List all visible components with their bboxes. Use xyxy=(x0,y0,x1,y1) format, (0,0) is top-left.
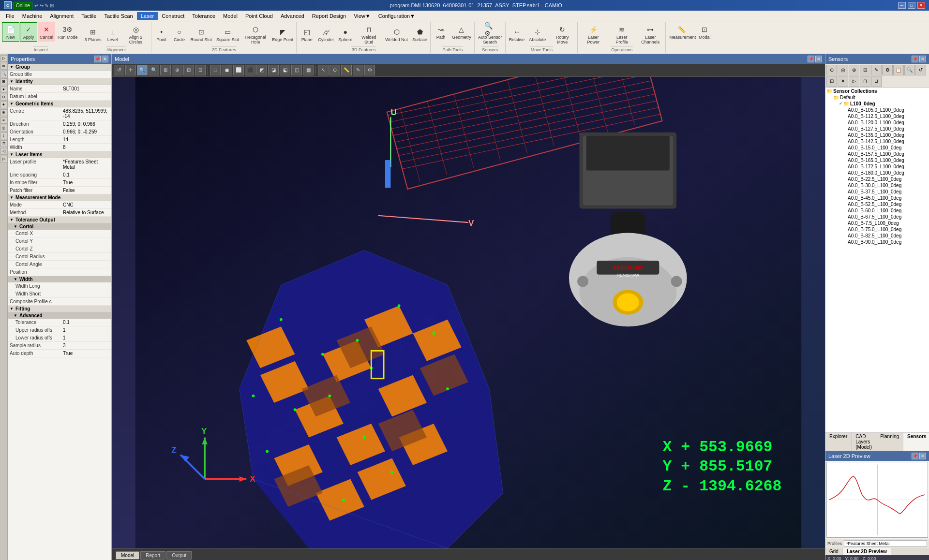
square-slot-button[interactable]: ▭ Square Slot xyxy=(214,25,241,44)
sensor-tool-14[interactable]: ⊔ xyxy=(871,76,882,87)
section-width[interactable]: Width xyxy=(8,276,111,282)
edge-btn-8[interactable]: ⊗ xyxy=(0,109,7,116)
sensor-item-0[interactable]: A0.0_B-105.0_L100_0deg xyxy=(844,107,929,113)
sensor-item-11[interactable]: A0.0_B-22.5_L100_0deg xyxy=(844,176,929,182)
sensor-tool-10[interactable]: ⊡ xyxy=(826,76,837,87)
section-advanced[interactable]: Advanced xyxy=(8,312,111,319)
edge-btn-3[interactable]: 🔍 xyxy=(0,71,7,77)
cylinder-button[interactable]: ⌭ Cylinder xyxy=(316,25,336,44)
laser-preview-close[interactable]: ✕ xyxy=(919,453,926,459)
sensors-tab-explorer[interactable]: Explorer xyxy=(825,433,852,451)
relative-button[interactable]: ↔ Relative xyxy=(507,25,527,44)
sensor-item-5[interactable]: A0.0_B-142.5_L100_0deg xyxy=(844,138,929,145)
profiles-input[interactable] xyxy=(844,540,927,547)
menu-alignment[interactable]: Alignment xyxy=(46,12,77,20)
edge-btn-10[interactable]: ◎ xyxy=(0,125,7,132)
sensor-item-16[interactable]: A0.0_B-60.0_L100_0deg xyxy=(844,207,929,214)
sensor-item-3[interactable]: A0.0_B-127.5_L100_0deg xyxy=(844,126,929,132)
menu-config[interactable]: Configuration▼ xyxy=(375,12,419,20)
sensor-item-10[interactable]: A0.0_B-180.0_L100_0deg xyxy=(844,170,929,176)
model-pin[interactable]: 📌 xyxy=(808,56,814,62)
model-zoomout-btn[interactable]: ⊟ xyxy=(183,65,194,75)
model-settings-btn[interactable]: ⚙ xyxy=(364,65,375,75)
sensor-tool-12[interactable]: ▷ xyxy=(849,76,859,87)
laser-profile-button[interactable]: ≋ Laser Profile xyxy=(608,22,636,46)
sensor-tool-13[interactable]: ⊓ xyxy=(860,76,870,87)
model-box6-btn[interactable]: ⬕ xyxy=(280,65,290,75)
model-pan-btn[interactable]: ✛ xyxy=(125,65,136,75)
menu-machine[interactable]: Machine xyxy=(18,12,46,20)
sensor-item-13[interactable]: A0.0_B-37.5_L100_0deg xyxy=(844,189,929,195)
section-group[interactable]: Group xyxy=(8,64,111,71)
model-box8-btn[interactable]: ▦ xyxy=(303,65,314,75)
section-identity[interactable]: Identity xyxy=(8,78,111,85)
properties-close[interactable]: ✕ xyxy=(102,56,108,62)
minimize-button[interactable]: ─ xyxy=(898,2,906,9)
edge-btn-13[interactable]: ◁ xyxy=(0,148,7,155)
laser-power-button[interactable]: ⚡ Laser Power xyxy=(579,22,607,46)
modal-button[interactable]: ⊡ Modal xyxy=(696,22,713,42)
edge-btn-7[interactable]: ✦ xyxy=(0,102,7,108)
model-tab-report[interactable]: Report xyxy=(140,551,165,560)
hexagonal-hole-button[interactable]: ⬡ Hexagonal Hole xyxy=(241,22,270,46)
edge-btn-9[interactable]: ≡ xyxy=(0,117,7,124)
model-box5-btn[interactable]: ◪ xyxy=(268,65,279,75)
window-controls[interactable]: ─ □ ✕ xyxy=(898,2,925,9)
sensor-item-6[interactable]: A0.0_B-15.0_L100_0deg xyxy=(844,145,929,151)
cancel-button[interactable]: ✕ Cancel xyxy=(38,22,55,42)
circle-button[interactable]: ○ Circle xyxy=(171,25,188,44)
sphere-button[interactable]: ● Sphere xyxy=(336,25,354,44)
menu-tolerance[interactable]: Tolerance xyxy=(188,12,219,20)
sensor-item-8[interactable]: A0.0_B-165.0_L100_0deg xyxy=(844,157,929,163)
edge-point-button[interactable]: ◤ Edge Point xyxy=(270,25,295,44)
rotary-move-button[interactable]: ↻ Rotary Move xyxy=(548,22,576,46)
section-tolerance[interactable]: Tolerance Output xyxy=(8,217,111,223)
sensors-tab-cad[interactable]: CAD Layers (Model) xyxy=(852,433,876,451)
sensor-tool-9[interactable]: ↺ xyxy=(915,65,926,75)
edge-btn-5[interactable]: ● xyxy=(0,86,7,93)
section-geometric[interactable]: Geometric Items xyxy=(8,101,111,107)
menu-report[interactable]: Report Design xyxy=(308,12,350,20)
close-button[interactable]: ✕ xyxy=(917,2,925,9)
sensor-item-4[interactable]: A0.0_B-135.0_L100_0deg xyxy=(844,132,929,138)
menu-tactile[interactable]: Tactile xyxy=(77,12,100,20)
sensors-tab-planning[interactable]: Planning xyxy=(876,433,903,451)
sensor-item-15[interactable]: A0.0_B-52.5_L100_0deg xyxy=(844,201,929,207)
model-zoomfull-btn[interactable]: ⊡ xyxy=(195,65,206,75)
model-box-btn[interactable]: ◼ xyxy=(222,65,232,75)
model-measure-btn[interactable]: 📏 xyxy=(341,65,352,75)
section-laser[interactable]: Laser Items xyxy=(8,151,111,158)
sensor-tool-1[interactable]: ⊙ xyxy=(826,65,837,75)
edge-btn-11[interactable]: ↕ xyxy=(0,133,7,139)
geometry-button[interactable]: △ Geometry xyxy=(450,22,473,42)
model-zoom2-btn[interactable]: 🔍 xyxy=(149,65,159,75)
edge-btn-14[interactable]: ▷ xyxy=(0,156,7,162)
edge-btn-6[interactable]: ⊙ xyxy=(0,94,7,101)
new-button[interactable]: 📄 New xyxy=(2,22,19,42)
edge-btn-12[interactable]: ⊓ xyxy=(0,140,7,147)
menu-file[interactable]: File xyxy=(2,12,18,20)
model-box3-btn[interactable]: ⬛ xyxy=(245,65,255,75)
sensor-tool-4[interactable]: ⊟ xyxy=(860,65,870,75)
section-cortol[interactable]: Cortol xyxy=(8,223,111,230)
menu-model[interactable]: Model xyxy=(219,12,241,20)
sensor-tool-3[interactable]: ⊕ xyxy=(849,65,859,75)
sensor-item-21[interactable]: A0.0_B-90.0_L100_0deg xyxy=(844,239,929,245)
run-mode-button[interactable]: 3⚙ Run Mode xyxy=(56,22,80,42)
menu-laser[interactable]: Laser xyxy=(137,12,158,20)
menu-advanced[interactable]: Advanced xyxy=(277,12,308,20)
laser-channels-button[interactable]: ⊶ Laser Channels xyxy=(636,22,664,46)
apply-button[interactable]: ✓ Apply xyxy=(20,22,37,42)
model-tab-model[interactable]: Model xyxy=(116,551,139,560)
sensor-tool-2[interactable]: ◎ xyxy=(838,65,848,75)
sensor-tool-7[interactable]: 📋 xyxy=(893,65,904,75)
restore-button[interactable]: □ xyxy=(908,2,915,9)
sensor-l100-folder[interactable]: ✓ 📁 L100_0deg xyxy=(837,101,929,107)
model-pts-btn[interactable]: ⊙ xyxy=(330,65,340,75)
menu-view[interactable]: View▼ xyxy=(350,12,375,20)
align2-button[interactable]: ◎ Align 2 Circles xyxy=(122,22,150,46)
menu-tactile-scan[interactable]: Tactile Scan xyxy=(100,12,136,20)
edge-btn-4[interactable]: ⊞ xyxy=(0,78,7,85)
model-cube-btn[interactable]: ◻ xyxy=(210,65,221,75)
point-button[interactable]: • Point xyxy=(153,25,170,44)
